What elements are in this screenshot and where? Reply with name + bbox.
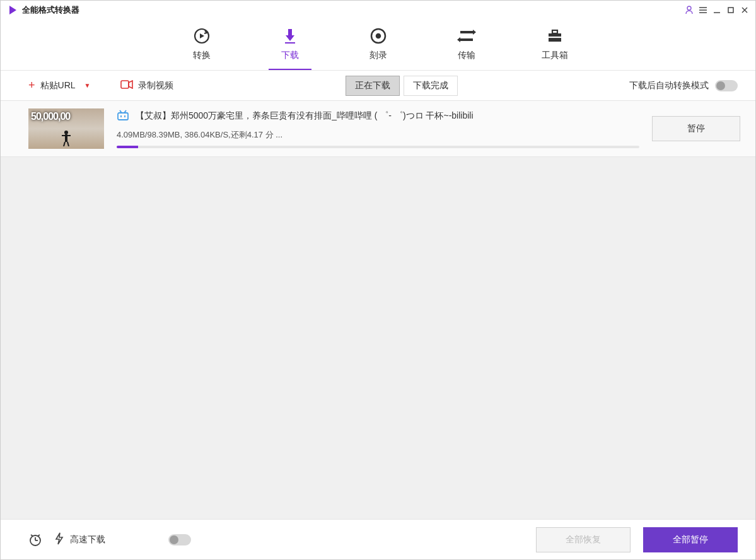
app-icon (8, 5, 17, 15)
progress-bar (117, 146, 639, 148)
minimize-button[interactable] (710, 3, 724, 17)
paste-url-label: 粘贴URL (40, 80, 76, 91)
auto-convert-label: 下载后自动转换模式 (629, 80, 709, 91)
svg-point-1 (687, 6, 691, 10)
svg-point-15 (376, 34, 380, 38)
svg-line-39 (38, 535, 40, 536)
download-status: 4.09MB/98.39MB, 386.04KB/S,还剩4.17 分 ... (117, 129, 639, 141)
pause-button[interactable]: 暂停 (652, 116, 740, 141)
svg-marker-0 (9, 6, 16, 15)
tab-burn[interactable]: 刻录 (359, 26, 397, 70)
svg-rect-11 (288, 29, 292, 35)
navtabs: 转换 下载 刻录 (1, 20, 755, 71)
progress-bar-fill (117, 146, 138, 148)
pause-all-button[interactable]: 全部暂停 (643, 527, 738, 552)
transfer-icon (448, 26, 486, 46)
tab-toolbox[interactable]: 工具箱 (536, 26, 574, 70)
app-title: 全能格式转换器 (22, 4, 79, 16)
svg-rect-16 (460, 31, 473, 33)
download-title: 【艾叔】郑州5000万豪宅里，养条巨贵有没有排面_哔哩哔哩 ( ゜- ゜)つロ … (136, 110, 474, 122)
fast-download-toggle[interactable] (168, 534, 191, 545)
plus-icon: + (28, 79, 35, 92)
fast-download-group: 高速下载 (55, 532, 191, 547)
svg-line-28 (64, 142, 65, 146)
auto-convert-toggle-group: 下载后自动转换模式 (629, 80, 738, 91)
thumb-overlay-text: 50,000,00 (31, 111, 70, 122)
fast-download-label: 高速下载 (70, 534, 105, 545)
maximize-button[interactable] (724, 3, 738, 17)
profile-icon[interactable] (682, 3, 696, 17)
svg-line-38 (31, 535, 33, 536)
camera-icon (120, 80, 133, 91)
bilibili-icon (117, 110, 129, 123)
toolbar: + 粘贴URL ▼ 录制视频 正在下载 下载完成 下载后自动转换模式 (1, 71, 755, 101)
record-label: 录制视频 (138, 80, 173, 91)
schedule-icon[interactable] (28, 533, 42, 547)
convert-icon (183, 26, 221, 46)
subtab-downloading[interactable]: 正在下载 (346, 76, 400, 96)
svg-rect-23 (121, 81, 129, 88)
tab-transfer[interactable]: 传输 (448, 26, 486, 70)
tab-convert[interactable]: 转换 (183, 26, 221, 70)
svg-marker-10 (200, 33, 204, 38)
svg-point-25 (64, 131, 68, 134)
download-subtabs: 正在下载 下载完成 (346, 76, 458, 96)
subtab-completed[interactable]: 下载完成 (404, 76, 458, 96)
navtab-label: 工具箱 (542, 50, 568, 60)
download-title-line: 【艾叔】郑州5000万豪宅里，养条巨贵有没有排面_哔哩哔哩 ( ゜- ゜)つロ … (117, 110, 639, 123)
svg-marker-40 (56, 533, 62, 544)
close-button[interactable] (738, 3, 752, 17)
burn-icon (359, 26, 397, 46)
svg-rect-6 (728, 8, 733, 13)
download-icon (271, 26, 309, 46)
svg-rect-21 (552, 30, 557, 33)
svg-rect-13 (285, 42, 295, 44)
svg-marker-19 (457, 37, 460, 42)
lightning-icon (55, 532, 64, 547)
tab-download[interactable]: 下载 (271, 26, 309, 70)
auto-convert-toggle[interactable] (715, 80, 738, 91)
download-list: 50,000,00 (1, 101, 755, 519)
video-thumbnail[interactable]: 50,000,00 (28, 108, 104, 149)
navtab-label: 传输 (458, 50, 475, 60)
paste-url-button[interactable]: + 粘贴URL ▼ (28, 79, 90, 92)
record-video-button[interactable]: 录制视频 (120, 80, 173, 91)
svg-marker-24 (129, 81, 132, 88)
svg-marker-17 (473, 30, 476, 35)
svg-rect-30 (118, 113, 128, 120)
chevron-down-icon: ▼ (84, 82, 91, 89)
download-row: 50,000,00 (1, 101, 755, 157)
menu-icon[interactable] (696, 3, 710, 17)
navtab-label: 刻录 (369, 50, 387, 60)
navtab-label: 下载 (281, 50, 299, 60)
download-row-main: 【艾叔】郑州5000万豪宅里，养条巨贵有没有排面_哔哩哔哩 ( ゜- ゜)つロ … (117, 110, 639, 148)
titlebar: 全能格式转换器 (1, 1, 755, 20)
svg-marker-12 (286, 35, 294, 41)
footer: 高速下载 全部恢复 全部暂停 (1, 519, 755, 559)
svg-line-29 (67, 142, 69, 146)
navtab-label: 转换 (193, 50, 211, 60)
svg-rect-18 (460, 38, 473, 41)
toolbox-icon (536, 26, 574, 46)
resume-all-button[interactable]: 全部恢复 (536, 527, 631, 552)
